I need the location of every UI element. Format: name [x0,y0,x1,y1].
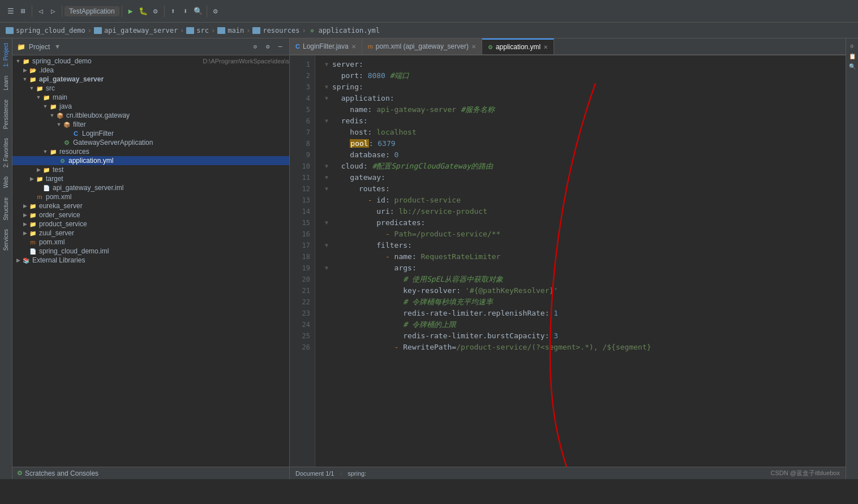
tree-item-loginfilter[interactable]: C LoginFilter [12,129,289,138]
scratches-bar[interactable]: ⚙ Scratches and Consoles [12,467,289,479]
tree-item-zuul[interactable]: ▶ 📁 zuul_server [12,229,289,238]
fold-15[interactable]: ▼ [321,217,332,229]
label-main: main [53,93,289,101]
bc-folder-icon-5 [252,27,260,34]
tree-item-gatewayapp[interactable]: ⚙ GatewayServerApplication [12,138,289,147]
icon-api-iml: 📄 [42,184,51,192]
bc-api-gateway[interactable]: api_gateway_server [94,27,178,35]
vcs-btn[interactable]: ⬆ [167,5,179,18]
bc-resources[interactable]: resources [252,27,299,35]
build-btn[interactable]: ⚙ [149,5,162,18]
left-vertical-labels: 1: Project Learn Persistence 2: Favorite… [0,38,12,479]
tree-item-target[interactable]: ▶ 📁 target [12,174,289,183]
tree-item-filter[interactable]: ▼ 📦 filter [12,120,289,129]
bc-label-6: application.yml [319,27,380,35]
tree-item-api-gateway[interactable]: ▼ 📁 api_gateway_server [12,75,289,84]
left-label-structure[interactable]: Structure [2,193,10,225]
fold-19[interactable]: ▼ [321,262,332,274]
bc-yaml[interactable]: ⚙ application.yml [308,27,380,35]
debug-btn[interactable]: 🐛 [137,5,149,18]
code-line-2: port: 8080 #端口 [321,70,840,81]
breadcrumb-status: spring: [348,470,366,477]
tree-item-api-iml[interactable]: 📄 api_gateway_server.iml [12,183,289,192]
code-line-4: ▼ application: [321,93,840,104]
back-btn[interactable]: ◁ [35,5,47,18]
tree-item-java[interactable]: ▼ 📁 java [12,102,289,111]
fold-17[interactable]: ▼ [321,240,332,251]
tree-item-pom-root[interactable]: m pom.xml [12,238,289,247]
code-line-22: # 令牌桶每秒填充平均速率 [321,296,840,308]
right-icon-1[interactable]: ⚙ [847,41,857,51]
tab-close-pom[interactable]: ✕ [471,44,476,50]
bc-main[interactable]: main [217,27,244,35]
tree-item-product[interactable]: ▶ 📁 product_service [12,219,289,229]
tab-appyml[interactable]: ⚙ application.yml ✕ [482,38,554,54]
tab-close-loginfilter[interactable]: ✕ [351,44,356,50]
tab-label-appyml: application.yml [496,43,540,51]
fold-11[interactable]: ▼ [321,172,332,183]
settings-btn[interactable]: ⚙ [209,5,222,18]
tree-item-eureka[interactable]: ▶ 📁 eureka_server [12,201,289,210]
fold-12[interactable]: ▼ [321,183,332,195]
tree-item-idea[interactable]: ▶ 📂 .idea [12,66,289,75]
project-settings-btn[interactable]: ⚙ [263,42,272,51]
bc-label-3: src [196,27,209,35]
right-icon-3[interactable]: 🔍 [847,61,857,71]
run-btn[interactable]: ▶ [125,5,137,18]
left-label-project[interactable]: 1: Project [2,38,10,71]
app-name-label[interactable]: TestApplication [65,6,119,16]
code-line-18: - name: RequestRateLimiter [321,251,840,262]
project-dropdown-arrow[interactable]: ▼ [55,43,59,50]
arrow-root: ▼ [15,58,22,64]
fold-10[interactable]: ▼ [321,161,332,172]
fold-6[interactable]: ▼ [321,115,332,127]
tab-loginfilter[interactable]: C LoginFilter.java ✕ [290,38,362,54]
left-label-learn[interactable]: Learn [2,71,10,95]
code-line-1: ▼ server: [321,59,840,70]
icon-order: 📁 [28,211,37,219]
arrow-ext-libs: ▶ [15,257,22,263]
fold-1[interactable]: ▼ [321,59,332,70]
editor-area: C LoginFilter.java ✕ m pom.xml (api_gate… [290,38,846,479]
fold-3[interactable]: ▼ [321,81,332,93]
tab-close-appyml[interactable]: ✕ [543,44,548,50]
project-panel-header: 📁 Project ▼ ⊙ ⚙ ─ [12,38,289,55]
tab-label-loginfilter: LoginFilter.java [303,42,349,50]
tree-item-test[interactable]: ▶ 📁 test [12,165,289,174]
label-eureka: eureka_server [39,202,289,210]
tab-icon-pom: m [368,43,373,50]
icon-zuul: 📁 [28,229,37,237]
code-line-13: - id: product-service [321,195,840,206]
left-label-favorites[interactable]: 2: Favorites [2,133,10,172]
project-scope-btn[interactable]: ⊙ [251,42,260,51]
tree-item-package[interactable]: ▼ 📦 cn.itbleubox.gateway [12,111,289,120]
tab-pom[interactable]: m pom.xml (api_gateway_server) ✕ [362,38,482,54]
project-minimize-btn[interactable]: ─ [276,42,285,51]
code-content[interactable]: ▼ server: port: 8080 #端口 ▼ spring: ▼ app… [315,55,846,467]
right-icon-2[interactable]: 📋 [847,51,857,61]
tree-item-order[interactable]: ▶ 📁 order_service [12,210,289,219]
fold-4[interactable]: ▼ [321,93,332,104]
code-line-16: - Path=/product-service/** [321,229,840,240]
tree-item-src[interactable]: ▼ 📁 src [12,84,289,93]
update-btn[interactable]: ⬇ [179,5,192,18]
tree-item-resources[interactable]: ▼ 📁 resources [12,147,289,156]
tree-item-root[interactable]: ▼ 📁 spring_cloud_demo D:\AProgramWorkSpa… [12,57,289,66]
separator-2 [62,6,62,17]
tree-item-ext-libs[interactable]: ▶ 📚 External Libraries [12,256,289,265]
project-icon[interactable]: ⊞ [17,5,29,18]
tree-item-demo-iml[interactable]: 📄 spring_cloud_demo.iml [12,247,289,256]
left-label-web[interactable]: Web [2,172,10,192]
bc-src[interactable]: src [186,27,209,35]
menu-icon[interactable]: ☰ [5,5,17,18]
left-label-persistence[interactable]: Persistence [2,95,10,133]
search-everywhere-btn[interactable]: 🔍 [192,5,204,18]
code-line-11: ▼ gateway: [321,172,840,183]
arrow-package: ▼ [49,113,55,118]
tree-item-appyml[interactable]: ⚙ application.yml [12,156,289,165]
tree-item-main[interactable]: ▼ 📁 main [12,93,289,102]
bc-spring-cloud-demo[interactable]: spring_cloud_demo [6,27,85,35]
forward-btn[interactable]: ▷ [47,5,59,18]
tree-item-pom-api[interactable]: m pom.xml [12,192,289,201]
left-label-services[interactable]: Services [2,225,10,255]
